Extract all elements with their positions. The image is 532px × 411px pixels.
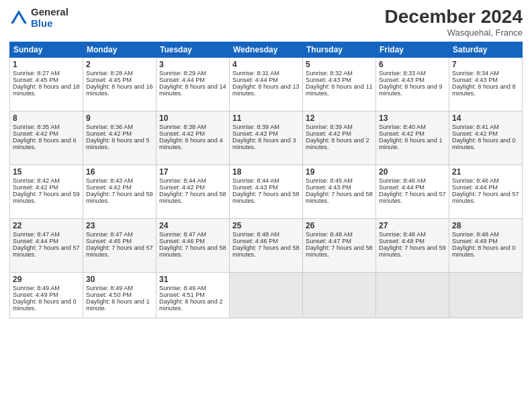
day-number: 4 [232, 60, 300, 69]
day-number: 28 [452, 221, 519, 230]
calendar-cell: 30 Sunrise: 8:49 AM Sunset: 4:50 PM Dayl… [83, 272, 157, 318]
calendar-row: 8 Sunrise: 8:35 AM Sunset: 4:42 PM Dayli… [10, 111, 523, 165]
sunset-label: Sunset: 4:46 PM [232, 238, 278, 244]
sunset-label: Sunset: 4:43 PM [452, 77, 498, 83]
sunrise-label: Sunrise: 8:45 AM [306, 177, 353, 184]
sunset-label: Sunset: 4:44 PM [13, 238, 58, 244]
sunrise-label: Sunrise: 8:49 AM [86, 285, 133, 291]
calendar-cell: 17 Sunrise: 8:44 AM Sunset: 4:42 PM Dayl… [157, 165, 230, 218]
sunrise-label: Sunrise: 8:49 AM [13, 285, 60, 291]
sunrise-label: Sunrise: 8:41 AM [452, 124, 499, 130]
sunrise-label: Sunrise: 8:48 AM [452, 231, 499, 238]
sunrise-label: Sunrise: 8:46 AM [379, 177, 426, 184]
calendar-cell: 4 Sunrise: 8:31 AM Sunset: 4:44 PM Dayli… [230, 57, 303, 111]
sunset-label: Sunset: 4:50 PM [86, 291, 132, 298]
sunrise-label: Sunrise: 8:29 AM [159, 70, 206, 77]
sunset-label: Sunset: 4:45 PM [86, 77, 132, 83]
calendar-row: 15 Sunrise: 8:42 AM Sunset: 4:42 PM Dayl… [10, 165, 523, 218]
daylight-label: Daylight: 7 hours and 58 minutes. [306, 244, 373, 258]
calendar-cell: 13 Sunrise: 8:40 AM Sunset: 4:42 PM Dayl… [376, 111, 449, 165]
daylight-label: Daylight: 7 hours and 58 minutes. [232, 244, 300, 258]
calendar-cell: 29 Sunrise: 8:49 AM Sunset: 4:49 PM Dayl… [10, 272, 83, 318]
day-number: 7 [452, 60, 519, 69]
logo-general: General [31, 7, 69, 18]
daylight-label: Daylight: 8 hours and 0 minutes. [452, 244, 516, 258]
calendar-cell: 24 Sunrise: 8:47 AM Sunset: 4:46 PM Dayl… [157, 218, 230, 272]
sunset-label: Sunset: 4:44 PM [232, 77, 278, 83]
daylight-label: Daylight: 8 hours and 2 minutes. [159, 298, 223, 312]
day-number: 16 [86, 167, 153, 177]
daylight-label: Daylight: 8 hours and 0 minutes. [452, 137, 516, 150]
daylight-label: Daylight: 8 hours and 13 minutes. [232, 83, 300, 97]
calendar-cell: 3 Sunrise: 8:29 AM Sunset: 4:44 PM Dayli… [157, 57, 230, 111]
calendar-cell: 21 Sunrise: 8:46 AM Sunset: 4:44 PM Dayl… [449, 165, 523, 218]
sunset-label: Sunset: 4:42 PM [232, 130, 278, 137]
sunset-label: Sunset: 4:45 PM [86, 238, 132, 244]
sunrise-label: Sunrise: 8:47 AM [13, 231, 60, 238]
daylight-label: Daylight: 7 hours and 59 minutes. [13, 191, 80, 204]
day-number: 2 [86, 60, 153, 69]
sunrise-label: Sunrise: 8:48 AM [379, 231, 426, 238]
day-number: 29 [13, 275, 80, 284]
sunrise-label: Sunrise: 8:35 AM [13, 124, 60, 130]
sunrise-label: Sunrise: 8:38 AM [159, 124, 206, 130]
sunset-label: Sunset: 4:42 PM [86, 184, 132, 191]
calendar-cell: 8 Sunrise: 8:35 AM Sunset: 4:42 PM Dayli… [10, 111, 83, 165]
sunset-label: Sunset: 4:43 PM [232, 184, 278, 191]
col-saturday: Saturday [449, 42, 523, 57]
day-number: 31 [159, 275, 226, 284]
daylight-label: Daylight: 8 hours and 16 minutes. [86, 83, 153, 97]
sunset-label: Sunset: 4:42 PM [159, 130, 205, 137]
day-number: 24 [159, 221, 226, 230]
calendar-cell [303, 272, 376, 318]
daylight-label: Daylight: 7 hours and 58 minutes. [306, 191, 373, 204]
daylight-label: Daylight: 7 hours and 58 minutes. [232, 191, 300, 204]
day-number: 22 [13, 221, 80, 230]
day-number: 14 [452, 113, 519, 123]
daylight-label: Daylight: 8 hours and 6 minutes. [13, 137, 77, 150]
logo-text: General Blue [31, 7, 69, 29]
day-number: 8 [13, 113, 80, 123]
calendar-cell: 1 Sunrise: 8:27 AM Sunset: 4:45 PM Dayli… [10, 57, 83, 111]
day-number: 20 [379, 167, 446, 177]
sunrise-label: Sunrise: 8:49 AM [159, 285, 206, 291]
daylight-label: Daylight: 8 hours and 0 minutes. [13, 298, 77, 312]
daylight-label: Daylight: 8 hours and 11 minutes. [306, 83, 373, 97]
sunrise-label: Sunrise: 8:44 AM [232, 177, 279, 184]
sunset-label: Sunset: 4:48 PM [379, 238, 425, 244]
col-friday: Friday [376, 42, 449, 57]
calendar-cell: 6 Sunrise: 8:33 AM Sunset: 4:43 PM Dayli… [376, 57, 449, 111]
day-number: 13 [379, 113, 446, 123]
calendar-row: 22 Sunrise: 8:47 AM Sunset: 4:44 PM Dayl… [10, 218, 523, 272]
sunrise-label: Sunrise: 8:28 AM [86, 70, 133, 77]
day-number: 1 [13, 60, 80, 69]
sunset-label: Sunset: 4:42 PM [13, 130, 58, 137]
day-number: 30 [86, 275, 153, 284]
day-number: 11 [232, 113, 300, 123]
daylight-label: Daylight: 7 hours and 59 minutes. [379, 244, 446, 258]
daylight-label: Daylight: 7 hours and 57 minutes. [86, 244, 153, 258]
sunset-label: Sunset: 4:44 PM [159, 77, 205, 83]
col-wednesday: Wednesday [230, 42, 303, 57]
calendar-cell: 28 Sunrise: 8:48 AM Sunset: 4:49 PM Dayl… [449, 218, 523, 272]
calendar-cell [376, 272, 449, 318]
sunset-label: Sunset: 4:49 PM [452, 238, 498, 244]
sunset-label: Sunset: 4:45 PM [13, 77, 58, 83]
sunset-label: Sunset: 4:43 PM [379, 77, 425, 83]
sunset-label: Sunset: 4:46 PM [159, 238, 205, 244]
sunset-label: Sunset: 4:42 PM [159, 184, 205, 191]
sunset-label: Sunset: 4:42 PM [306, 130, 351, 137]
calendar-cell: 27 Sunrise: 8:48 AM Sunset: 4:48 PM Dayl… [376, 218, 449, 272]
daylight-label: Daylight: 7 hours and 59 minutes. [86, 191, 153, 204]
day-number: 3 [159, 60, 226, 69]
calendar-cell: 20 Sunrise: 8:46 AM Sunset: 4:44 PM Dayl… [376, 165, 449, 218]
daylight-label: Daylight: 8 hours and 18 minutes. [13, 83, 80, 97]
daylight-label: Daylight: 8 hours and 1 minute. [379, 137, 443, 150]
day-number: 5 [306, 60, 373, 69]
day-number: 15 [13, 167, 80, 177]
sunset-label: Sunset: 4:42 PM [86, 130, 132, 137]
sunrise-label: Sunrise: 8:46 AM [452, 177, 499, 184]
daylight-label: Daylight: 8 hours and 8 minutes. [452, 83, 516, 97]
sunset-label: Sunset: 4:51 PM [159, 291, 205, 298]
daylight-label: Daylight: 8 hours and 1 minute. [86, 298, 150, 312]
